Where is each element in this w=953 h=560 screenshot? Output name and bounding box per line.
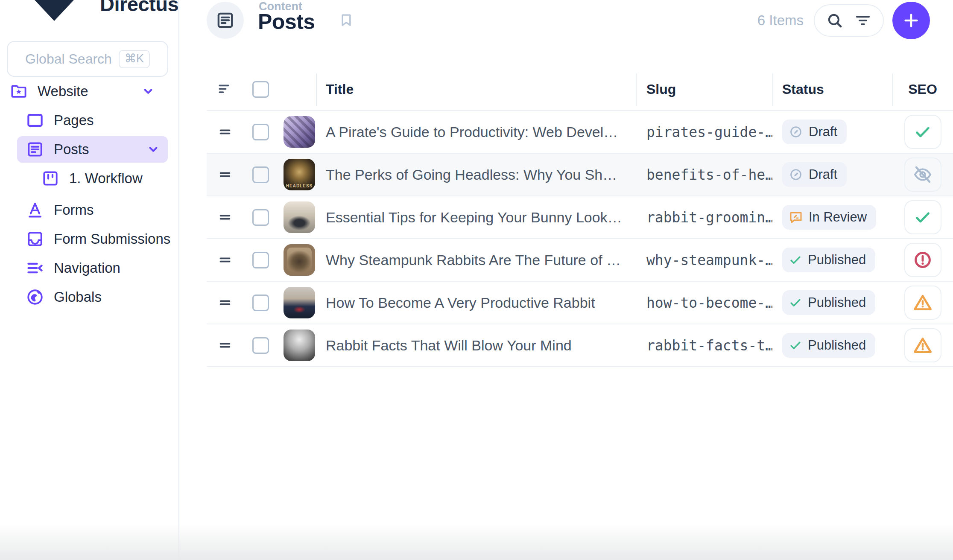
add-item-button[interactable]	[892, 2, 930, 39]
table-row[interactable]: Essential Tips for Keeping Your Bunny Lo…	[207, 196, 953, 239]
sidebar-nav: Website Pages Posts	[0, 77, 179, 312]
status-badge: Published	[782, 248, 875, 272]
sidebar-item-label: Navigation	[54, 260, 120, 276]
table-row[interactable]: Rabbit Facts That Will Blow Your Mind ra…	[207, 324, 953, 367]
post-thumbnail	[284, 244, 315, 276]
table-row[interactable]: HEADLESS The Perks of Going Headless: Wh…	[207, 154, 953, 196]
seo-status-ok	[904, 200, 941, 234]
table-row[interactable]: Why Steampunk Rabbits Are The Future of …	[207, 239, 953, 282]
drag-handle-icon[interactable]	[207, 338, 243, 353]
menu-open-icon	[26, 259, 44, 277]
post-title: Rabbit Facts That Will Blow Your Mind	[326, 337, 636, 354]
sort-icon[interactable]	[207, 81, 243, 97]
row-checkbox[interactable]	[252, 166, 269, 183]
post-thumbnail	[284, 116, 315, 148]
sidebar: Directus Global Search ⌘K Website Pages	[0, 0, 179, 560]
table-header-row: Title Slug Status SEO	[207, 68, 953, 111]
seo-status-ok	[904, 115, 941, 149]
row-checkbox[interactable]	[252, 124, 269, 140]
seo-status-warning	[904, 286, 941, 320]
collection-icon-button[interactable]	[207, 2, 244, 39]
sidebar-item-posts[interactable]: Posts	[17, 136, 168, 163]
post-thumbnail	[284, 287, 315, 318]
column-header-slug[interactable]: Slug	[636, 82, 772, 97]
search-icon[interactable]	[826, 12, 844, 29]
sidebar-item-website[interactable]: Website	[0, 77, 179, 106]
post-title: Essential Tips for Keeping Your Bunny Lo…	[326, 209, 636, 226]
sidebar-item-pages[interactable]: Pages	[0, 106, 179, 135]
published-check-icon	[788, 295, 803, 310]
globe-icon	[26, 288, 44, 306]
kanban-icon	[41, 169, 60, 188]
published-check-icon	[788, 253, 803, 267]
post-slug: rabbit-groomin…	[636, 209, 772, 226]
post-slug: benefits-of-he…	[636, 166, 772, 183]
error-icon	[912, 250, 933, 270]
row-checkbox[interactable]	[252, 295, 269, 311]
drag-handle-icon[interactable]	[207, 124, 243, 140]
post-slug: why-steampunk-…	[636, 252, 772, 268]
post-title: A Pirate's Guide to Productivity: Web De…	[326, 124, 636, 140]
column-header-status[interactable]: Status	[772, 82, 892, 97]
global-search-input[interactable]: Global Search ⌘K	[7, 41, 168, 77]
seo-status-hidden	[904, 158, 941, 192]
sidebar-item-workflow[interactable]: 1. Workflow	[0, 164, 179, 193]
search-placeholder: Global Search	[25, 51, 112, 67]
status-badge: In Review	[782, 205, 876, 230]
table-row[interactable]: How To Become A Very Productive Rabbit h…	[207, 282, 953, 324]
sidebar-item-label: Website	[38, 83, 88, 99]
letter-a-icon	[26, 201, 44, 219]
row-checkbox[interactable]	[252, 209, 269, 226]
bookmark-icon[interactable]	[338, 12, 354, 28]
drag-handle-icon[interactable]	[207, 295, 243, 310]
sidebar-item-form-submissions[interactable]: Form Submissions	[0, 225, 179, 254]
directus-logo-icon	[32, 0, 76, 21]
seo-status-warning	[904, 328, 941, 362]
eye-off-icon	[912, 164, 933, 185]
page-header: Content Posts 6 Items	[207, 0, 953, 68]
post-title: How To Become A Very Productive Rabbit	[326, 295, 636, 311]
items-count: 6 Items	[757, 12, 804, 29]
drag-handle-icon[interactable]	[207, 252, 243, 268]
column-divider	[636, 73, 637, 106]
chevron-down-icon[interactable]	[140, 84, 156, 99]
check-icon	[913, 207, 933, 227]
sidebar-item-forms[interactable]: Forms	[0, 195, 179, 225]
column-header-seo[interactable]: SEO	[892, 82, 953, 97]
column-divider	[892, 73, 893, 106]
table-row[interactable]: A Pirate's Guide to Productivity: Web De…	[207, 111, 953, 154]
folder-star-icon	[9, 82, 28, 101]
post-slug: pirates-guide-…	[636, 124, 772, 140]
draft-icon	[788, 124, 804, 140]
inbox-icon	[26, 230, 44, 248]
chevron-down-icon[interactable]	[146, 142, 161, 157]
in-review-icon	[788, 210, 804, 225]
row-checkbox[interactable]	[252, 252, 269, 268]
article-icon	[26, 140, 44, 159]
main-content: Content Posts 6 Items	[180, 0, 953, 560]
post-thumbnail	[284, 201, 315, 233]
brand-header[interactable]: Directus	[32, 0, 178, 20]
posts-table: Title Slug Status SEO A Pirate's Guide t…	[207, 68, 953, 367]
status-badge: Published	[782, 290, 875, 315]
sidebar-item-label: 1. Workflow	[69, 170, 143, 187]
sidebar-item-globals[interactable]: Globals	[0, 283, 179, 312]
sidebar-item-navigation[interactable]: Navigation	[0, 254, 179, 283]
row-checkbox[interactable]	[252, 337, 269, 354]
drag-handle-icon[interactable]	[207, 210, 243, 225]
plus-icon	[901, 11, 921, 30]
post-slug: rabbit-facts-t…	[636, 337, 772, 354]
warning-icon	[912, 292, 933, 313]
page-title: Posts	[258, 9, 315, 34]
post-title: Why Steampunk Rabbits Are The Future of …	[326, 252, 636, 268]
select-all-checkbox[interactable]	[252, 81, 269, 98]
status-badge: Draft	[782, 120, 847, 144]
filter-icon[interactable]	[854, 12, 872, 29]
search-filter-group	[814, 4, 884, 37]
warning-icon	[912, 335, 933, 356]
drag-handle-icon[interactable]	[207, 167, 243, 182]
column-header-title[interactable]: Title	[326, 82, 636, 97]
published-check-icon	[788, 338, 803, 353]
sidebar-item-label: Form Submissions	[54, 231, 170, 247]
column-divider	[772, 73, 773, 106]
